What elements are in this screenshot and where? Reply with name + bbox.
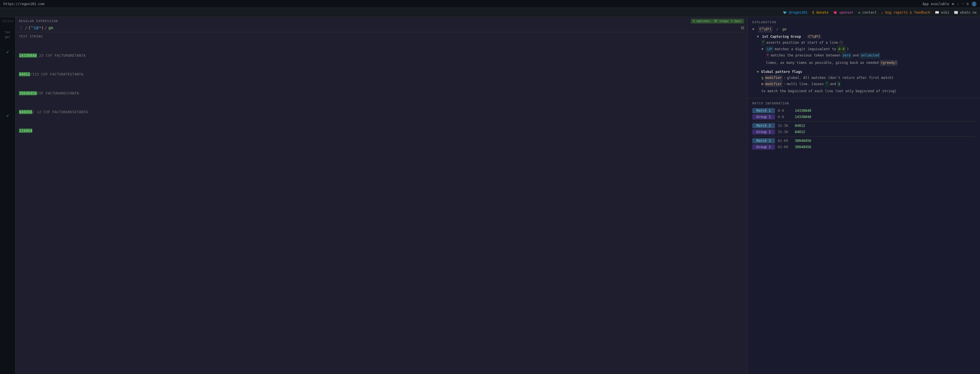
regex-section-label: REGULAR EXPRESSION: [19, 19, 58, 23]
heart-icon[interactable]: ♡: [962, 2, 964, 6]
match-3-range: 61-69: [778, 139, 792, 143]
nav-contact[interactable]: ✉ contact: [858, 11, 877, 14]
grid-icon[interactable]: ⊞: [952, 2, 954, 6]
match-3: 30840456: [19, 91, 37, 95]
exp-group-label: 1st Capturing Group: [762, 35, 801, 38]
test-line-1: 14330840_23 CVF FACTURARETANTA: [19, 53, 744, 59]
match-2-range: 31-36: [778, 124, 792, 128]
test-line-3: 30840456CVF FACTURARESTANTA: [19, 90, 744, 96]
group-1-range-m3: 61-69: [778, 145, 792, 149]
exp-root-toggle[interactable]: ▼: [752, 26, 754, 33]
exp-flags-toggle[interactable]: ▼: [757, 69, 759, 75]
test-line-5: 124454: [19, 128, 744, 134]
exp-group-code: (^\d*): [807, 35, 821, 38]
exp-flag-m-line: m modifier : multi line. Causes ^ and $ …: [752, 81, 975, 94]
top-bar: https://regex101.com App available ⊞ ☆ ♡…: [0, 0, 980, 8]
exp-digit-range: 0-9: [837, 46, 846, 53]
exp-flag-g-full-desc: global. All matches (don't return after …: [787, 75, 894, 81]
check-icon-sidebar: ✓: [6, 49, 9, 54]
nav-wiki[interactable]: 📖 wiki: [935, 11, 950, 14]
exp-g-flag: gm: [782, 26, 786, 33]
test-string-label: TEST STRING: [19, 35, 744, 38]
match-info-header: MATCH INFORMATION: [752, 102, 975, 105]
match-5: 124454: [19, 129, 32, 133]
right-panel: EXPLANATION ▼ (^\d*) / gm ▼ 1st Capturin…: [748, 17, 980, 374]
exp-caret-line: ^ asserts position at start of a line ?: [752, 40, 975, 46]
match-3-badge: Match 3: [752, 138, 775, 143]
group-1-value-m1: 14330840: [795, 115, 811, 119]
group-1-value-m3: 30840456: [795, 145, 811, 149]
exp-flag-m-dollar: $: [837, 81, 841, 87]
exp-star-desc2: times, as many times as possible, giving…: [766, 60, 878, 66]
group-1-badge-m2: Group 1: [752, 129, 775, 134]
exp-flag-g-code: g: [761, 75, 764, 81]
regex-match-info: 5 matches, 35 steps (~1ms): [691, 19, 744, 24]
regex-open-delimiter: /: [25, 26, 27, 30]
match-1: 14330840: [19, 53, 37, 58]
group-1-range-m1: 0-8: [778, 115, 792, 119]
exp-root-code: (^\d*): [758, 26, 772, 33]
group-1-value-m2: 84012: [795, 130, 805, 134]
exp-flag-m-code: m: [761, 81, 764, 87]
exp-flag-m-desc1: multi line. Causes: [787, 81, 824, 87]
match-3-row: Match 3 61-69 30840456: [752, 138, 975, 143]
exp-flags-header-line: ▼ Global pattern flags: [752, 69, 975, 75]
regex-flags-display[interactable]: gm: [48, 26, 53, 30]
exp-star-line: * matches the previous token between zer…: [752, 53, 975, 66]
top-bar-right: App available ⊞ ☆ ♡ ⎘ 👤: [923, 2, 977, 6]
exp-root-line: ▼ (^\d*) / gm: [752, 26, 975, 33]
sidebar-label-tor: tor: [5, 30, 11, 34]
app-available-label: App available: [923, 2, 949, 6]
regex-header-row: REGULAR EXPRESSION 5 matches, 35 steps (…: [16, 17, 748, 24]
group-1-row-m1: Group 1 0-8 14330840: [752, 114, 975, 120]
exp-flag-m-type: modifier: [765, 81, 783, 87]
match-2-row: Match 2 31-36 84012: [752, 123, 975, 128]
match-1-row: Match 1 0-8 14330840: [752, 108, 975, 113]
exp-group-toggle[interactable]: ▼: [757, 35, 759, 38]
exp-flag-m-desc2: to match the begin/end of each line (not…: [761, 88, 897, 94]
exp-flag-m-caret: ^: [825, 81, 829, 87]
center-panel: REGULAR EXPRESSION 5 matches, 35 steps (…: [16, 17, 748, 374]
nav-donate[interactable]: $ donate: [812, 11, 829, 14]
copy-icon[interactable]: ⎘: [967, 2, 969, 6]
regex-input-line: ⋮ / (^\d*) / gm ⧉: [16, 24, 748, 32]
group-1-row-m2: Group 1 31-36 84012: [752, 129, 975, 134]
nav-sponsor[interactable]: 💗 sponsor: [833, 11, 854, 14]
exp-flag-g-line: g modifier : global. All matches (don't …: [752, 75, 975, 81]
exp-digit-toggle[interactable]: ▼: [761, 46, 764, 53]
match-3-value: 30840456: [795, 139, 811, 143]
match-1-range: 0-8: [778, 109, 792, 113]
main-layout: ctrl+s tor ger ✓ ✓ REGULAR EXPRESSION 5 …: [0, 17, 980, 374]
check-icon-sidebar2: ✓: [6, 113, 9, 118]
exp-caret-help[interactable]: ?: [839, 41, 843, 45]
regex-expression-display[interactable]: (^\d*): [28, 26, 44, 30]
explanation-section: EXPLANATION ▼ (^\d*) / gm ▼ 1st Capturin…: [748, 17, 980, 98]
regex-options-btn[interactable]: ⋮: [19, 26, 23, 30]
sidebar-label-ger: ger: [5, 35, 11, 39]
nav-twitter[interactable]: 🐦 @regex101: [783, 11, 808, 14]
star-icon[interactable]: ☆: [957, 2, 959, 6]
match-2-value: 84012: [795, 124, 805, 128]
regex-close-delimiter: /: [45, 26, 47, 30]
test-string-content[interactable]: 14330840_23 CVF FACTURARETANTA 84012/123…: [19, 40, 744, 147]
explanation-header: EXPLANATION: [752, 21, 975, 24]
shortcut-ctrl-s: ctrl+s: [2, 19, 13, 23]
exp-caret-code: ^: [761, 40, 765, 46]
exp-star-greedy: (greedy): [880, 60, 898, 66]
nav-whats[interactable]: 📰 whats ne: [954, 11, 977, 14]
test-line-2: 84012/123 CVF FACTURATESTANTA: [19, 71, 744, 77]
match-info-section: MATCH INFORMATION Match 1 0-8 14330840 G…: [748, 98, 980, 154]
regex-copy-button[interactable]: ⧉: [741, 25, 744, 30]
group-1-badge-m3: Group 1: [752, 144, 775, 150]
match-2: 84012: [19, 72, 30, 76]
test-line-4: 840456/ 12 CVF FACTURARESETANTA: [19, 109, 744, 115]
exp-digit-line: ▼ \d* matches a digit (equivalent to 0-9…: [752, 46, 975, 53]
group-1-row-m3: Group 1 61-69 30840456: [752, 144, 975, 150]
exp-flags-label: Global pattern flags: [761, 69, 802, 75]
exp-capturing-group: ▼ 1st Capturing Group (^\d*): [752, 34, 975, 40]
exp-slash-divider: /: [776, 26, 778, 33]
match-1-value: 14330840: [795, 109, 811, 113]
nav-bar: 🐦 @regex101 $ donate 💗 sponsor ✉ contact…: [0, 8, 980, 17]
user-icon[interactable]: 👤: [972, 2, 977, 6]
nav-bug[interactable]: ⚠ bug reports & feedback: [881, 11, 930, 14]
